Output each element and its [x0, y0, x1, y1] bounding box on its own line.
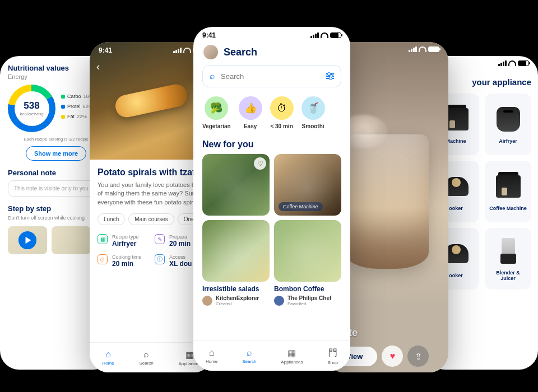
airfryer-icon — [497, 107, 520, 132]
legend-fat-value: 22% — [77, 114, 87, 119]
favorite-button[interactable]: ♥ — [382, 346, 403, 367]
show-more-button[interactable]: Show me more — [26, 146, 86, 161]
share-button[interactable]: ⇪ — [407, 346, 429, 367]
tab-home[interactable]: ⌂Home — [102, 349, 114, 366]
wifi-icon — [508, 60, 516, 66]
smoothie-icon: 🥤 — [302, 96, 325, 120]
category-quick[interactable]: ⏱ < 30 min — [270, 96, 294, 129]
appliance-badge: Coffee Machine — [279, 202, 323, 211]
category-easy[interactable]: 👍 Easy — [239, 96, 262, 129]
recipe-image — [202, 220, 270, 282]
home-icon: ⌂ — [209, 348, 215, 358]
easy-icon: 👍 — [239, 96, 262, 120]
card-title: Bombon Coffee — [274, 285, 341, 293]
coffee-machine-icon — [496, 175, 521, 198]
status-bar: 9:41 — [193, 27, 350, 41]
section-new-for-you: New for you — [193, 134, 350, 154]
card-title: Irresistible salads — [202, 285, 270, 293]
appliance-card[interactable]: Blender & Juicer — [485, 228, 531, 290]
search-icon: ⌕ — [210, 71, 215, 81]
appliance-card[interactable]: Airfryer — [485, 94, 531, 155]
recipe-description: You and your family love potatoes bu of … — [98, 181, 205, 207]
appliance-card[interactable]: Coffee Machine — [485, 161, 531, 222]
tab-bar: ⌂Home ⌕Search ▦Appliances ⾨Shop — [193, 340, 350, 371]
play-icon[interactable] — [18, 231, 36, 249]
author-avatar — [202, 296, 212, 306]
signal-icon — [173, 48, 182, 53]
recipe-card[interactable]: Bombon Coffee The Philips Chef Favorited — [274, 220, 341, 306]
tab-search[interactable]: ⌕Search — [242, 348, 256, 364]
meta-label: Prepara — [169, 234, 191, 240]
author-name: The Philips Chef — [287, 295, 331, 301]
meta-label: Access — [169, 254, 192, 260]
shop-icon: ⾨ — [328, 347, 337, 359]
appliance-label: Airfryer — [499, 138, 517, 144]
author-avatar — [274, 296, 284, 306]
search-input[interactable] — [221, 72, 321, 81]
prep-time-icon: ✎ — [155, 234, 165, 244]
tab-home[interactable]: ⌂Home — [206, 348, 217, 364]
category-smoothie[interactable]: 🥤 Smoothi — [302, 96, 325, 129]
status-time: 9:41 — [202, 31, 216, 39]
clock-icon: ⏱ — [270, 96, 294, 120]
back-icon[interactable]: ‹ — [96, 61, 100, 73]
meta-label: Cooking time — [112, 254, 142, 260]
search-icon: ⌕ — [143, 349, 149, 360]
meta-value: XL dou — [169, 260, 192, 268]
recipe-title: Potato spirals with tzatz — [98, 167, 205, 178]
appliance-label: Coffee Machine — [489, 206, 527, 211]
cook-time-icon: ⏲ — [98, 254, 108, 264]
battery-icon — [428, 46, 439, 52]
recipe-image: ♡ — [202, 154, 270, 216]
category-vegetarian[interactable]: 🥦 Vegetarian — [202, 96, 231, 129]
vegetarian-icon: 🥦 — [205, 96, 228, 120]
author-action: Favorited — [287, 301, 331, 306]
legend-swatch-carbs — [61, 95, 65, 99]
signal-icon — [310, 32, 319, 38]
recipe-card[interactable]: ♡ — [202, 154, 270, 216]
tab-shop[interactable]: ⾨Shop — [327, 347, 338, 365]
tag-chip[interactable]: Main courses — [128, 213, 174, 225]
legend-fat-label: Fat — [67, 114, 75, 119]
recipe-image: Coffee Machine — [274, 154, 341, 216]
battery-icon — [518, 60, 529, 66]
status-time: 9:41 — [99, 46, 112, 54]
step-thumb[interactable] — [52, 226, 91, 254]
recipe-type-icon: ▦ — [98, 234, 108, 244]
search-bar[interactable]: ⌕ — [202, 65, 341, 87]
category-row: 🥦 Vegetarian 👍 Easy ⏱ < 30 min 🥤 Smoothi — [193, 87, 350, 134]
user-avatar[interactable] — [203, 45, 218, 59]
legend-swatch-fat — [61, 115, 65, 119]
energy-donut-chart: 538 kcal/serving — [8, 85, 55, 132]
tab-appliances[interactable]: ▦Appliances — [281, 348, 303, 365]
filter-icon[interactable] — [326, 73, 334, 79]
wifi-icon — [183, 48, 191, 53]
appliance-label: Blender & Juicer — [489, 270, 527, 281]
step-video-thumb[interactable] — [8, 226, 47, 254]
accessory-icon: ⓘ — [155, 254, 165, 264]
appliance-label: ooker — [449, 206, 463, 211]
search-icon: ⌕ — [247, 348, 252, 358]
meta-value: Airfryer — [112, 240, 139, 248]
blender-icon — [500, 238, 516, 264]
meta-label: Recipe type — [112, 234, 139, 240]
tab-search[interactable]: ⌕Search — [139, 349, 153, 366]
recipe-card[interactable]: Coffee Machine — [274, 154, 341, 216]
legend-swatch-protein — [61, 105, 65, 109]
kcal-value: 538 — [24, 100, 39, 111]
meta-value: 20 min — [169, 240, 191, 248]
tag-chip[interactable]: Lunch — [98, 213, 125, 225]
author-action: Created — [216, 301, 259, 306]
favorite-icon[interactable]: ♡ — [254, 157, 266, 170]
appliance-label: Machine — [446, 138, 466, 144]
battery-icon — [330, 32, 341, 38]
signal-icon — [498, 60, 507, 66]
recipe-tags: Lunch Main courses One p — [98, 213, 205, 225]
signal-icon — [409, 46, 417, 52]
home-icon: ⌂ — [105, 349, 111, 360]
legend-protein-label: Protei — [67, 104, 81, 109]
legend-carbs-label: Carbo — [67, 94, 81, 99]
recipe-card[interactable]: Irresistible salads KitchenExplorer Crea… — [202, 220, 270, 306]
kcal-unit: kcal/serving — [20, 111, 43, 116]
meta-value: 20 min — [112, 260, 142, 268]
